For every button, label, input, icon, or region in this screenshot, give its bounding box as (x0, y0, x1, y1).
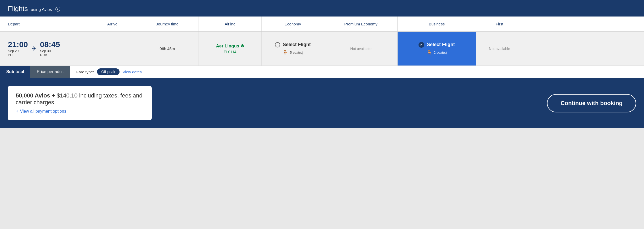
business-select-cell[interactable]: ✓ Select Flight 🪑 2 seat(s) (398, 32, 476, 66)
flights-header: Flights using Avios ℹ (0, 0, 644, 17)
col-depart: Depart (0, 17, 89, 31)
economy-seats: 5 seat(s) (290, 51, 303, 54)
col-arrive: Arrive (89, 17, 136, 31)
airline-name: Aer Lingus ☘ (216, 43, 244, 49)
arrive-time-block: 08:45 Sep 30 DUB (40, 41, 60, 57)
business-seats-info: 🪑 2 seat(s) (426, 50, 447, 56)
business-select-label[interactable]: ✓ Select Flight (419, 42, 455, 48)
subtotal-row: Sub total Price per adult Fare type: Off… (0, 66, 644, 78)
flight-number: EI 0114 (224, 50, 236, 54)
plane-icon: ✈ (32, 45, 36, 52)
premium-economy-cell: Not available (324, 32, 398, 66)
fare-info: Fare type: Off-peak View dates (70, 68, 148, 75)
airline-cell: Aer Lingus ☘ EI 0114 (199, 32, 262, 66)
arrive-airport: DUB (40, 53, 60, 57)
journey-time-cell: 06h 45m (136, 32, 199, 66)
col-first: First (476, 17, 523, 31)
col-airline: Airline (199, 17, 262, 31)
bottom-bar: 50,000 Avios + $140.10 including taxes, … (0, 78, 644, 128)
depart-date: Sep 29 (8, 49, 28, 53)
header-subtitle: using Avios (31, 7, 52, 12)
depart-airport: PHL (8, 53, 28, 57)
view-dates-link[interactable]: View dates (123, 70, 142, 74)
business-seats: 2 seat(s) (434, 51, 447, 54)
avios-amount: 50,000 Avios (16, 92, 50, 99)
tab-sub-total[interactable]: Sub total (0, 66, 30, 78)
continue-booking-button[interactable]: Continue with booking (547, 94, 636, 112)
depart-time: 21:00 (8, 41, 28, 48)
economy-select-cell[interactable]: Select Flight 🪑 5 seat(s) (262, 32, 324, 66)
view-payment-label: View all payment options (20, 109, 66, 114)
arrive-time: 08:45 (40, 41, 60, 48)
col-journey-time: Journey time (136, 17, 199, 31)
tab-price-per-adult[interactable]: Price per adult (30, 66, 70, 78)
arrive-cell (89, 32, 136, 66)
col-business: Business (398, 17, 476, 31)
first-cell: Not available (476, 32, 523, 66)
seat-icon-economy: 🪑 (283, 50, 288, 55)
column-headers: Depart Arrive Journey time Airline Econo… (0, 17, 644, 32)
header-title: Flights (8, 5, 28, 13)
premium-economy-unavailable: Not available (350, 47, 371, 51)
economy-select-label[interactable]: Select Flight (275, 42, 311, 47)
journey-duration: 06h 45m (160, 46, 175, 51)
first-unavailable: Not available (489, 47, 510, 51)
price-main: 50,000 Avios + $140.10 including taxes, … (16, 92, 144, 106)
info-icon[interactable]: ℹ (55, 7, 60, 12)
col-premium-economy: Premium Economy (324, 17, 398, 31)
col-economy: Economy (262, 17, 324, 31)
arrive-date: Sep 30 (40, 49, 60, 53)
off-peak-badge: Off-peak (97, 68, 119, 75)
fare-type-label: Fare type: (76, 70, 94, 74)
depart-cell: 21:00 Sep 29 PHL ✈ 08:45 Sep 30 DUB (0, 32, 89, 66)
check-icon: ✓ (419, 42, 424, 48)
view-payment-link[interactable]: + View all payment options (16, 108, 144, 114)
shamrock-icon: ☘ (240, 44, 244, 48)
seat-icon-business: 🪑 (426, 50, 432, 56)
plus-icon: + (16, 108, 19, 114)
depart-time-block: 21:00 Sep 29 PHL (8, 41, 28, 57)
price-box: 50,000 Avios + $140.10 including taxes, … (8, 86, 152, 120)
economy-radio[interactable] (275, 42, 280, 47)
flight-row: 21:00 Sep 29 PHL ✈ 08:45 Sep 30 DUB 06h … (0, 32, 644, 66)
economy-seats-info: 🪑 5 seat(s) (283, 50, 303, 55)
